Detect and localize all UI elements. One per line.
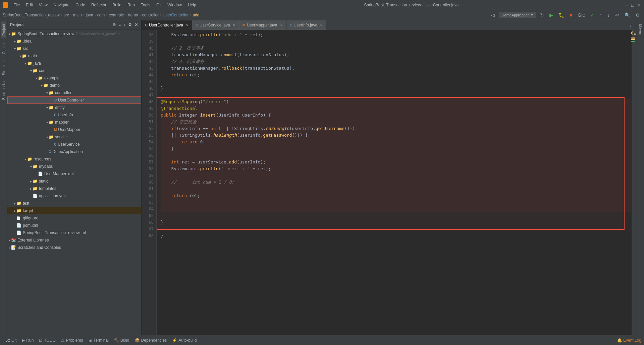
tab-usercontroller[interactable]: C UserController.java ✕ <box>142 20 192 30</box>
tab-close-us[interactable]: ✕ <box>233 23 235 27</box>
minimize-button[interactable]: ─ <box>624 2 629 8</box>
run-button[interactable]: ▶ <box>548 12 554 18</box>
breadcrumb-example[interactable]: example <box>109 13 124 17</box>
problems-button[interactable]: ⚠ Problems <box>58 337 86 343</box>
menu-code[interactable]: Code <box>73 2 88 8</box>
git-up[interactable]: ↑ <box>598 12 603 18</box>
breadcrumb-main[interactable]: main <box>73 13 82 17</box>
tree-item-static[interactable]: ▸ 📁 static <box>7 178 141 185</box>
tree-item-idea[interactable]: ▸ 📁 .idea <box>7 38 141 45</box>
menu-bar: File Edit View Navigate Code Refactor Bu… <box>11 2 199 8</box>
autobuild-button[interactable]: ⚡ Auto-build <box>169 337 199 343</box>
sidebar-tab-bookmarks[interactable]: Bookmarks <box>1 79 6 102</box>
tab-userinfo[interactable]: C UserInfo.java ✕ <box>286 20 327 30</box>
tree-item-main[interactable]: ▾ 📁 main <box>7 52 141 60</box>
tree-item-com[interactable]: ▾ 📁 com <box>7 67 141 74</box>
tab-close-um[interactable]: ✕ <box>280 23 283 27</box>
tree-item-usercontroller[interactable]: ▸ C UserController <box>7 96 141 104</box>
tab-overflow-button[interactable]: ⋮ <box>627 23 634 30</box>
tree-item-example[interactable]: ▾ 📁 example <box>7 74 141 82</box>
tree-item-mybatis[interactable]: ▾ 📁 mybatis <box>7 163 141 170</box>
settings-panel-button[interactable]: ⚙ <box>127 22 132 27</box>
tree-item-demo[interactable]: ▾ 📁 demo <box>7 82 141 89</box>
hide-button[interactable]: ✕ <box>134 22 139 27</box>
menu-build[interactable]: Build <box>110 2 124 8</box>
settings-button[interactable]: ⚙ <box>634 12 641 18</box>
debug-button[interactable]: 🐛 <box>557 12 566 18</box>
menu-help[interactable]: Help <box>185 2 199 8</box>
tab-userservice[interactable]: C UserService.java ✕ <box>192 20 239 30</box>
sidebar-tab-structure[interactable]: Structure <box>1 58 6 78</box>
git-undo[interactable]: ↩ <box>614 12 621 18</box>
menu-git[interactable]: Git <box>154 2 164 8</box>
tree-item-extlibs[interactable]: ▸ 📚 External Libraries <box>7 236 141 244</box>
run-config[interactable]: DemoApplication ▾ <box>499 12 536 18</box>
back-button[interactable]: ◁ <box>490 12 496 18</box>
run-toolbar-button[interactable]: ▶ Run <box>19 337 36 343</box>
menu-edit[interactable]: Edit <box>23 2 36 8</box>
notification-bell[interactable]: 🔔 Event Log <box>617 338 641 343</box>
breadcrumb-class[interactable]: UserController <box>163 13 189 17</box>
tree-item-umxml[interactable]: ▸ 📄 UserMapper.xml <box>7 170 141 178</box>
menu-tools[interactable]: Tools <box>138 2 153 8</box>
menu-view[interactable]: View <box>36 2 50 8</box>
code-content[interactable]: System.out.println("add : " + ret); // 2… <box>157 30 631 335</box>
tree-item-templates[interactable]: ▸ 📁 templates <box>7 185 141 192</box>
tree-item-userservice[interactable]: ▸ C UserService <box>7 141 141 148</box>
menu-refactor[interactable]: Refactor <box>89 2 109 8</box>
breadcrumb-demo[interactable]: demo <box>128 13 138 17</box>
build-button[interactable]: 🔨 Build <box>111 337 132 343</box>
tree-item-src[interactable]: ▾ 📁 src <box>7 45 141 52</box>
git-down[interactable]: ↓ <box>606 12 611 18</box>
tree-item-test[interactable]: ▸ 📁 test <box>7 200 141 207</box>
breadcrumb-java[interactable]: java <box>86 13 93 17</box>
tree-item-service[interactable]: ▾ 📁 service <box>7 133 141 141</box>
close-button[interactable]: ✕ <box>636 2 641 8</box>
terminal-button[interactable]: ▣ Terminal <box>86 337 111 343</box>
breadcrumb-controller[interactable]: controller <box>142 13 159 17</box>
todo-button[interactable]: ☑ TODO <box>36 337 58 343</box>
java-label: java <box>34 61 41 66</box>
code-editor[interactable]: 38 39 40 41 42 43 44 45 46 47 48 49 50 5… <box>142 30 637 335</box>
menu-run[interactable]: Run <box>125 2 138 8</box>
tree-item-usermapper[interactable]: ▸ M UserMapper <box>7 126 141 133</box>
breadcrumb-src[interactable]: src <box>64 13 69 17</box>
tree-item-controller[interactable]: ▾ 📁 controller <box>7 89 141 96</box>
collapse-button[interactable]: ≡ <box>118 22 121 27</box>
sidebar-tab-commit[interactable]: Commit <box>1 39 6 57</box>
tree-item-appyml[interactable]: ▸ 📄 application.yml <box>7 192 141 200</box>
dependencies-button[interactable]: 📦 Dependencies <box>132 337 170 343</box>
tree-item-java[interactable]: ▾ 📁 java <box>7 60 141 67</box>
tab-close-ui[interactable]: ✕ <box>320 23 323 27</box>
menu-window[interactable]: Window <box>165 2 184 8</box>
right-sidebar-tab-maven[interactable]: Maven <box>638 21 643 38</box>
scope-button[interactable]: ⊕ <box>112 22 116 27</box>
tree-item-resources[interactable]: ▾ 📁 resources <box>7 155 141 163</box>
tree-item-scratches[interactable]: ▸ 📝 Scratches and Consoles <box>7 244 141 251</box>
tree-item-pom[interactable]: ▸ 📄 pom.xml <box>7 222 141 229</box>
stop-button[interactable]: ■ <box>568 12 574 18</box>
menu-file[interactable]: File <box>11 2 22 8</box>
main-layout: Project Commit Structure Bookmarks Proje… <box>0 20 644 335</box>
git-toolbar-button[interactable]: ⎇ Git <box>3 337 19 343</box>
tree-item-iml[interactable]: ▸ 📄 SpringBoot_Transaction_review.iml <box>7 229 141 236</box>
search-button[interactable]: 🔍 <box>623 12 632 18</box>
breadcrumb-method[interactable]: add <box>193 13 199 17</box>
git-check[interactable]: ✓ <box>589 12 596 18</box>
tree-item-userinfo[interactable]: ▸ C UserInfo <box>7 111 141 119</box>
menu-navigate[interactable]: Navigate <box>51 2 72 8</box>
sort-button[interactable]: ↕ <box>123 22 126 27</box>
tree-item-mapper[interactable]: ▾ 📁 mapper <box>7 119 141 126</box>
tab-usermapper[interactable]: M UserMapper.java ✕ <box>239 20 286 30</box>
tree-item-gitignore[interactable]: ▸ 📄 .gitignore <box>7 214 141 222</box>
refresh-button[interactable]: ↻ <box>539 12 545 18</box>
tree-item-target[interactable]: ▸ 📁 target <box>7 207 141 214</box>
breadcrumb-project[interactable]: SpringBoot_Transaction_review <box>3 13 60 17</box>
breadcrumb-com[interactable]: com <box>97 13 105 17</box>
tree-item-root[interactable]: ▾ 📁 SpringBoot_Transaction_review D:\Jav… <box>7 30 141 38</box>
tab-close-uc[interactable]: ✕ <box>186 23 189 27</box>
tree-item-demoapplication[interactable]: ▸ C DemoApplication <box>7 148 141 155</box>
sidebar-tab-project[interactable]: Project <box>1 21 6 38</box>
maximize-button[interactable]: □ <box>630 2 635 8</box>
tree-item-entity[interactable]: ▾ 📁 entity <box>7 104 141 111</box>
